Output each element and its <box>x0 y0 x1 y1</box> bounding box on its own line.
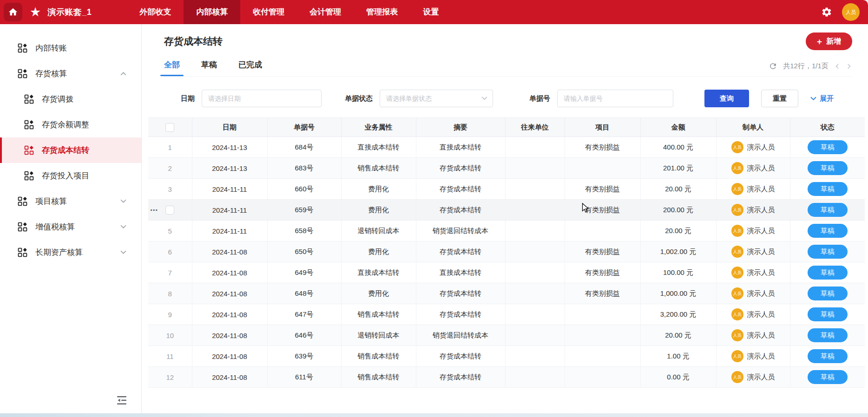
cell-biz-attr: 退销转回成本 <box>341 325 416 346</box>
documents-table-wrap: 日期单据号业务属性摘要往来单位项目金额制单人状态 12024-11-13684号… <box>148 117 863 388</box>
status-filter-group: 单据状态 <box>345 90 493 107</box>
table-row[interactable]: 72024-11-08649号直接成本结转直接成本结转有类别损益100.00 元… <box>148 262 865 283</box>
table-row[interactable]: 112024-11-08639号销售成本结转存货成本结转1.00 元人员演示人员… <box>148 346 865 367</box>
status-badge[interactable]: 草稿 <box>808 266 848 280</box>
cell-doc-no: 639号 <box>267 346 341 367</box>
chevron-down-icon <box>120 250 126 254</box>
page-header: 存货成本结转 + 新增 <box>164 33 852 50</box>
creator-avatar: 人员 <box>731 371 743 383</box>
creator-name: 演示人员 <box>747 206 775 215</box>
next-page-button[interactable]: › <box>846 60 852 72</box>
select-all-header-cell <box>148 118 192 137</box>
cell-counterparty <box>505 325 565 346</box>
sidebar-item-5[interactable]: 存货投入项目 <box>0 163 141 189</box>
top-nav-item-1[interactable]: 内部核算 <box>184 0 240 24</box>
prev-page-button[interactable]: ‹ <box>834 60 841 72</box>
cell-project <box>565 158 640 179</box>
search-button[interactable]: 查询 <box>704 90 749 107</box>
sidebar-item-8[interactable]: 长期资产核算 <box>0 240 141 265</box>
sidebar-item-0[interactable]: 内部转账 <box>0 35 141 61</box>
status-badge[interactable]: 草稿 <box>808 161 848 175</box>
cell-creator: 人员演示人员 <box>716 367 790 388</box>
table-row[interactable]: 62024-11-08650号费用化存货成本结转有类别损益1,002.00 元人… <box>148 241 865 262</box>
table-row[interactable]: 122024-11-08611号销售成本结转存货成本结转0.00 元人员演示人员… <box>148 367 865 388</box>
table-row[interactable]: 92024-11-08647号销售成本结转存货成本结转3,200.00 元人员演… <box>148 304 865 325</box>
sidebar-item-6[interactable]: 项目核算 <box>0 189 141 214</box>
status-badge[interactable]: 草稿 <box>808 349 848 363</box>
cell-date: 2024-11-11 <box>192 179 267 200</box>
docno-filter-input[interactable] <box>557 90 673 107</box>
cell-project: 有类别损益 <box>565 283 640 304</box>
row-actions-icon[interactable]: ⋯ <box>150 206 158 215</box>
top-nav-item-4[interactable]: 管理报表 <box>354 0 410 24</box>
table-row[interactable]: 12024-11-13684号直接成本结转直接成本结转有类别损益400.00 元… <box>148 137 865 158</box>
status-badge[interactable]: 草稿 <box>808 140 848 154</box>
top-nav-item-2[interactable]: 收付管理 <box>240 0 297 24</box>
add-new-button[interactable]: + 新增 <box>806 33 852 50</box>
cell-status: 草稿 <box>790 346 865 367</box>
module-grid-icon <box>18 222 27 232</box>
user-avatar[interactable]: 人员 <box>842 3 860 21</box>
sidebar-item-2[interactable]: 存货调拨 <box>0 86 141 112</box>
account-title: 演示账套_1 <box>47 7 92 18</box>
table-row[interactable]: 32024-11-11660号费用化存货成本结转有类别损益20.00 元人员演示… <box>148 179 865 200</box>
creator-avatar: 人员 <box>731 162 743 174</box>
docno-filter-label: 单据号 <box>529 94 550 103</box>
status-badge[interactable]: 草稿 <box>808 245 848 259</box>
creator-name: 演示人员 <box>747 143 775 152</box>
sidebar-item-1[interactable]: 存货核算 <box>0 61 141 86</box>
expand-filters-link[interactable]: 展开 <box>810 94 834 103</box>
row-index: 11 <box>148 346 192 367</box>
cell-status: 草稿 <box>790 158 865 179</box>
cell-date: 2024-11-08 <box>192 241 267 262</box>
page-title: 存货成本结转 <box>164 35 223 48</box>
module-grid-icon <box>24 171 34 181</box>
cell-doc-no: 649号 <box>267 262 341 283</box>
cell-amount: 400.00 元 <box>640 137 716 158</box>
cell-status: 草稿 <box>790 283 865 304</box>
cell-doc-no: 660号 <box>267 179 341 200</box>
chevron-down-icon <box>120 225 126 229</box>
status-badge[interactable]: 草稿 <box>808 203 848 217</box>
table-row[interactable]: 52024-11-11658号退销转回成本销货退回结转成本20.00 元人员演示… <box>148 221 865 241</box>
status-badge[interactable]: 草稿 <box>808 370 848 384</box>
top-nav-item-0[interactable]: 外部收支 <box>127 0 184 24</box>
cell-summary: 直接成本结转 <box>416 262 505 283</box>
status-filter-select[interactable] <box>380 90 493 107</box>
table-row[interactable]: 82024-11-08648号费用化存货成本结转有类别损益1,000.00 元人… <box>148 283 865 304</box>
sidebar-collapse-button[interactable] <box>116 396 127 405</box>
sidebar-item-3[interactable]: 存货余额调整 <box>0 112 141 137</box>
cell-date: 2024-11-08 <box>192 346 267 367</box>
cell-status: 草稿 <box>790 221 865 241</box>
row-index: 7 <box>148 262 192 283</box>
tab-1[interactable]: 草稿 <box>201 59 217 76</box>
row-index: 2 <box>148 158 192 179</box>
tab-0[interactable]: 全部 <box>164 59 180 76</box>
creator-avatar: 人员 <box>731 267 743 279</box>
row-checkbox[interactable] <box>165 206 174 215</box>
plus-icon: + <box>817 37 822 46</box>
table-row[interactable]: 102024-11-08646号退销转回成本销货退回结转成本20.00 元人员演… <box>148 325 865 346</box>
date-filter-input[interactable] <box>202 90 322 107</box>
favorite-star-icon[interactable]: ★ <box>30 6 41 19</box>
gear-icon <box>821 7 832 18</box>
home-button[interactable] <box>4 3 22 21</box>
reset-button[interactable]: 重置 <box>761 90 798 107</box>
tab-2[interactable]: 已完成 <box>238 59 262 76</box>
settings-gear-button[interactable] <box>821 6 833 18</box>
status-badge[interactable]: 草稿 <box>808 328 848 342</box>
status-badge[interactable]: 草稿 <box>808 307 848 321</box>
table-row[interactable]: ⋯2024-11-11659号费用化存货成本结转有类别损益200.00 元人员演… <box>148 200 865 221</box>
select-all-checkbox[interactable] <box>165 123 174 132</box>
sidebar-item-7[interactable]: 增值税核算 <box>0 214 141 240</box>
top-nav-item-3[interactable]: 会计管理 <box>297 0 354 24</box>
sidebar-item-4[interactable]: 存货成本结转 <box>0 137 141 163</box>
cell-counterparty <box>505 367 565 388</box>
refresh-button[interactable] <box>769 62 777 71</box>
table-row[interactable]: 22024-11-13683号销售成本结转存货成本结转201.00 元人员演示人… <box>148 158 865 179</box>
cell-biz-attr: 直接成本结转 <box>341 137 416 158</box>
status-badge[interactable]: 草稿 <box>808 224 848 238</box>
top-nav-item-5[interactable]: 设置 <box>410 0 451 24</box>
status-badge[interactable]: 草稿 <box>808 182 848 196</box>
status-badge[interactable]: 草稿 <box>808 287 848 300</box>
